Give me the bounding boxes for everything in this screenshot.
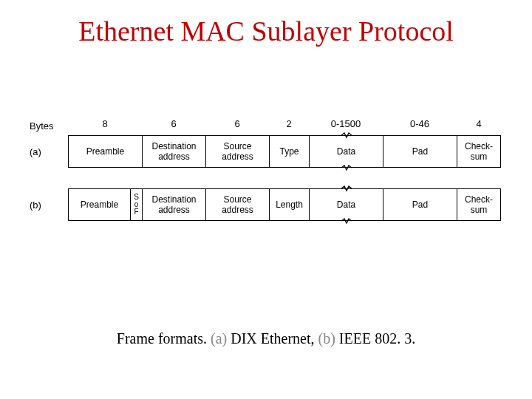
- cell-b-preamble: Preamble: [68, 188, 130, 221]
- cell-a-data: Data: [309, 135, 383, 168]
- row-b-label: (b): [30, 200, 68, 211]
- cell-b-pad: Pad: [383, 188, 457, 221]
- break-mark-icon: [341, 185, 352, 192]
- caption: Frame formats. (a) DIX Ethernet, (b) IEE…: [0, 330, 532, 347]
- row-a-label: (a): [30, 146, 68, 157]
- caption-mid1: DIX Ethernet,: [227, 330, 318, 347]
- bytes-chk: 4: [457, 118, 501, 134]
- bytes-label: Bytes: [30, 120, 68, 132]
- cell-a-preamble: Preamble: [68, 135, 142, 168]
- cell-b-length: Length: [269, 188, 309, 221]
- caption-b: (b): [318, 330, 335, 347]
- break-mark-icon: [341, 164, 352, 171]
- break-mark-icon: [341, 217, 352, 225]
- cell-b-data: Data: [309, 188, 383, 221]
- cell-b-dest: Destination address: [142, 188, 205, 221]
- page-title: Ethernet MAC Sublayer Protocol: [0, 0, 532, 47]
- cell-a-src: Source address: [205, 135, 269, 168]
- cell-b-sof: S o F: [130, 188, 142, 221]
- cell-a-type: Type: [269, 135, 309, 168]
- caption-a: (a): [211, 330, 227, 347]
- caption-pre: Frame formats.: [117, 330, 211, 347]
- bytes-pad: 0-46: [383, 118, 457, 134]
- bytes-preamble: 8: [68, 118, 142, 134]
- cell-b-chk: Check-sum: [457, 188, 501, 221]
- bytes-src: 6: [205, 118, 269, 134]
- frame-diagram: Bytes 8 6 6 2 0-1500 0-46 4 (a) Preamble…: [30, 118, 502, 221]
- cell-a-data-label: Data: [337, 146, 355, 157]
- cell-a-dest: Destination address: [142, 135, 205, 168]
- frame-row-b: (b) Preamble S o F Destination address S…: [30, 188, 502, 221]
- cell-b-data-label: Data: [337, 200, 355, 210]
- frame-row-a: (a) Preamble Destination address Source …: [30, 135, 502, 168]
- caption-mid2: IEEE 802. 3.: [335, 330, 415, 347]
- bytes-dest: 6: [142, 118, 205, 134]
- bytes-type: 2: [269, 118, 309, 134]
- break-mark-icon: [341, 132, 352, 139]
- cell-a-chk: Check-sum: [457, 135, 501, 168]
- cell-a-pad: Pad: [383, 135, 457, 168]
- cell-b-src: Source address: [205, 188, 269, 221]
- bytes-row: Bytes 8 6 6 2 0-1500 0-46 4: [30, 118, 502, 134]
